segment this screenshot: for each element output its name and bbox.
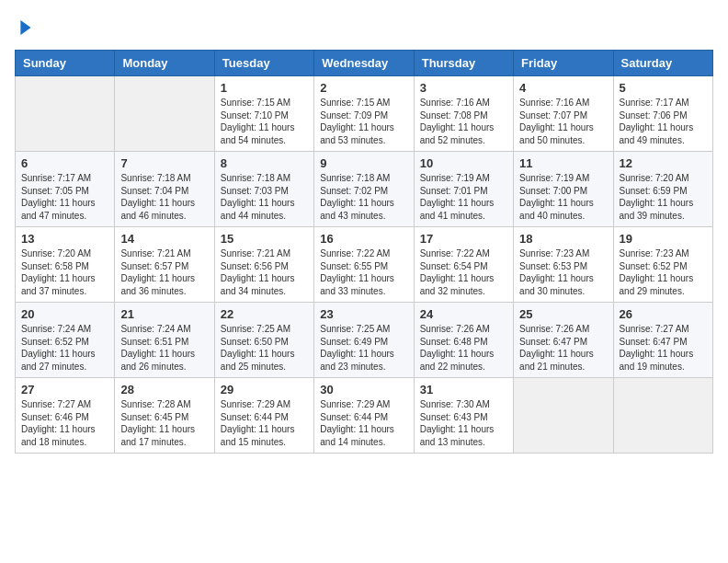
day-number: 28 — [120, 383, 208, 396]
calendar-cell: 3Sunrise: 7:16 AM Sunset: 7:08 PM Daylig… — [414, 76, 513, 152]
day-info: Sunrise: 7:29 AM Sunset: 6:44 PM Dayligh… — [221, 398, 308, 448]
calendar-cell: 28Sunrise: 7:28 AM Sunset: 6:45 PM Dayli… — [115, 378, 214, 454]
day-info: Sunrise: 7:18 AM Sunset: 7:04 PM Dayligh… — [120, 172, 208, 222]
day-info: Sunrise: 7:27 AM Sunset: 6:46 PM Dayligh… — [21, 398, 108, 448]
day-info: Sunrise: 7:22 AM Sunset: 6:55 PM Dayligh… — [320, 247, 407, 297]
calendar-cell — [514, 378, 613, 454]
day-number: 17 — [420, 232, 507, 246]
calendar-cell: 11Sunrise: 7:19 AM Sunset: 7:00 PM Dayli… — [514, 152, 613, 227]
calendar-cell: 29Sunrise: 7:29 AM Sunset: 6:44 PM Dayli… — [214, 378, 313, 454]
calendar-cell — [613, 378, 712, 454]
calendar-cell: 9Sunrise: 7:18 AM Sunset: 7:02 PM Daylig… — [314, 152, 414, 227]
calendar-cell: 12Sunrise: 7:20 AM Sunset: 6:59 PM Dayli… — [613, 152, 712, 227]
day-number: 8 — [221, 156, 308, 170]
calendar-cell: 26Sunrise: 7:27 AM Sunset: 6:47 PM Dayli… — [613, 303, 712, 378]
calendar-cell: 25Sunrise: 7:26 AM Sunset: 6:47 PM Dayli… — [514, 303, 613, 378]
day-info: Sunrise: 7:17 AM Sunset: 7:06 PM Dayligh… — [620, 97, 707, 146]
calendar-cell: 22Sunrise: 7:25 AM Sunset: 6:50 PM Dayli… — [214, 303, 313, 378]
day-info: Sunrise: 7:21 AM Sunset: 6:57 PM Dayligh… — [120, 247, 208, 297]
calendar-cell: 7Sunrise: 7:18 AM Sunset: 7:04 PM Daylig… — [115, 152, 214, 227]
weekday-header-row: SundayMondayTuesdayWednesdayThursdayFrid… — [16, 51, 713, 76]
day-info: Sunrise: 7:26 AM Sunset: 6:47 PM Dayligh… — [519, 323, 607, 373]
calendar-cell: 8Sunrise: 7:18 AM Sunset: 7:03 PM Daylig… — [214, 152, 313, 227]
weekday-header: Tuesday — [214, 51, 313, 76]
day-number: 12 — [620, 156, 707, 170]
calendar-table: SundayMondayTuesdayWednesdayThursdayFrid… — [15, 50, 713, 454]
day-number: 16 — [320, 232, 407, 246]
day-number: 13 — [21, 232, 108, 246]
day-number: 14 — [120, 232, 208, 246]
day-info: Sunrise: 7:22 AM Sunset: 6:54 PM Dayligh… — [420, 247, 507, 297]
calendar-cell: 16Sunrise: 7:22 AM Sunset: 6:55 PM Dayli… — [314, 227, 414, 303]
weekday-header: Thursday — [414, 51, 513, 76]
day-number: 3 — [420, 81, 507, 95]
calendar-cell: 15Sunrise: 7:21 AM Sunset: 6:56 PM Dayli… — [214, 227, 313, 303]
day-info: Sunrise: 7:25 AM Sunset: 6:50 PM Dayligh… — [221, 323, 308, 373]
calendar-cell: 31Sunrise: 7:30 AM Sunset: 6:43 PM Dayli… — [414, 378, 513, 454]
weekday-header: Monday — [115, 51, 214, 76]
day-number: 10 — [420, 156, 507, 170]
svg-marker-0 — [20, 20, 30, 35]
day-number: 6 — [21, 156, 108, 170]
day-info: Sunrise: 7:21 AM Sunset: 6:56 PM Dayligh… — [221, 247, 308, 297]
day-number: 9 — [320, 156, 407, 170]
day-number: 25 — [519, 307, 607, 321]
day-number: 29 — [221, 383, 308, 396]
calendar-cell: 14Sunrise: 7:21 AM Sunset: 6:57 PM Dayli… — [115, 227, 214, 303]
day-info: Sunrise: 7:18 AM Sunset: 7:02 PM Dayligh… — [320, 172, 407, 222]
day-info: Sunrise: 7:26 AM Sunset: 6:48 PM Dayligh… — [420, 323, 507, 373]
day-number: 21 — [120, 307, 208, 321]
weekday-header: Sunday — [16, 51, 115, 76]
day-number: 31 — [420, 383, 507, 396]
calendar-week-row: 13Sunrise: 7:20 AM Sunset: 6:58 PM Dayli… — [16, 227, 713, 303]
day-info: Sunrise: 7:23 AM Sunset: 6:52 PM Dayligh… — [620, 247, 707, 297]
day-info: Sunrise: 7:28 AM Sunset: 6:45 PM Dayligh… — [120, 398, 208, 448]
day-number: 20 — [21, 307, 108, 321]
day-number: 5 — [620, 81, 707, 95]
day-info: Sunrise: 7:24 AM Sunset: 6:52 PM Dayligh… — [21, 323, 108, 373]
day-number: 1 — [221, 81, 308, 95]
day-info: Sunrise: 7:18 AM Sunset: 7:03 PM Dayligh… — [221, 172, 308, 222]
calendar-cell: 24Sunrise: 7:26 AM Sunset: 6:48 PM Dayli… — [414, 303, 513, 378]
calendar-week-row: 6Sunrise: 7:17 AM Sunset: 7:05 PM Daylig… — [16, 152, 713, 227]
calendar-cell: 19Sunrise: 7:23 AM Sunset: 6:52 PM Dayli… — [613, 227, 712, 303]
day-info: Sunrise: 7:30 AM Sunset: 6:43 PM Dayligh… — [420, 398, 507, 448]
calendar-cell: 5Sunrise: 7:17 AM Sunset: 7:06 PM Daylig… — [613, 76, 712, 152]
day-info: Sunrise: 7:23 AM Sunset: 6:53 PM Dayligh… — [519, 247, 607, 297]
calendar-cell: 27Sunrise: 7:27 AM Sunset: 6:46 PM Dayli… — [16, 378, 115, 454]
logo — [15, 15, 37, 39]
day-number: 11 — [519, 156, 607, 170]
day-number: 26 — [620, 307, 707, 321]
day-info: Sunrise: 7:17 AM Sunset: 7:05 PM Dayligh… — [21, 172, 108, 222]
day-info: Sunrise: 7:16 AM Sunset: 7:07 PM Dayligh… — [519, 97, 607, 146]
calendar-cell: 18Sunrise: 7:23 AM Sunset: 6:53 PM Dayli… — [514, 227, 613, 303]
calendar-week-row: 1Sunrise: 7:15 AM Sunset: 7:10 PM Daylig… — [16, 76, 713, 152]
calendar-cell: 17Sunrise: 7:22 AM Sunset: 6:54 PM Dayli… — [414, 227, 513, 303]
day-info: Sunrise: 7:16 AM Sunset: 7:08 PM Dayligh… — [420, 97, 507, 146]
day-number: 23 — [320, 307, 407, 321]
calendar-cell: 23Sunrise: 7:25 AM Sunset: 6:49 PM Dayli… — [314, 303, 414, 378]
calendar-week-row: 27Sunrise: 7:27 AM Sunset: 6:46 PM Dayli… — [16, 378, 713, 454]
day-info: Sunrise: 7:24 AM Sunset: 6:51 PM Dayligh… — [120, 323, 208, 373]
calendar-cell — [115, 76, 214, 152]
day-info: Sunrise: 7:19 AM Sunset: 7:01 PM Dayligh… — [420, 172, 507, 222]
logo-arrow-icon — [15, 17, 37, 39]
day-info: Sunrise: 7:27 AM Sunset: 6:47 PM Dayligh… — [620, 323, 707, 373]
day-info: Sunrise: 7:20 AM Sunset: 6:58 PM Dayligh… — [21, 247, 108, 297]
day-number: 15 — [221, 232, 308, 246]
day-number: 7 — [120, 156, 208, 170]
calendar-cell: 30Sunrise: 7:29 AM Sunset: 6:44 PM Dayli… — [314, 378, 414, 454]
day-number: 18 — [519, 232, 607, 246]
day-info: Sunrise: 7:29 AM Sunset: 6:44 PM Dayligh… — [320, 398, 407, 448]
calendar-cell: 2Sunrise: 7:15 AM Sunset: 7:09 PM Daylig… — [314, 76, 414, 152]
calendar-cell: 4Sunrise: 7:16 AM Sunset: 7:07 PM Daylig… — [514, 76, 613, 152]
page-header — [15, 15, 713, 39]
day-info: Sunrise: 7:15 AM Sunset: 7:10 PM Dayligh… — [221, 97, 308, 146]
day-number: 22 — [221, 307, 308, 321]
calendar-cell: 21Sunrise: 7:24 AM Sunset: 6:51 PM Dayli… — [115, 303, 214, 378]
day-number: 30 — [320, 383, 407, 396]
calendar-cell — [16, 76, 115, 152]
weekday-header: Wednesday — [314, 51, 414, 76]
weekday-header: Saturday — [613, 51, 712, 76]
calendar-cell: 1Sunrise: 7:15 AM Sunset: 7:10 PM Daylig… — [214, 76, 313, 152]
